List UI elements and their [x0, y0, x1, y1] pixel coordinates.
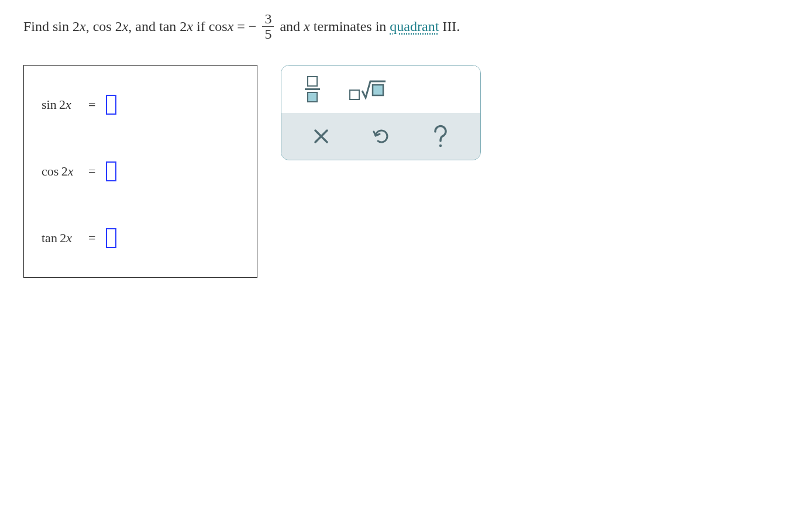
equals: =	[237, 17, 245, 37]
answer-row-tan2x: tan 2x =	[42, 228, 239, 248]
fraction-icon[interactable]	[305, 76, 320, 102]
answer-row-sin2x: sin 2x =	[42, 95, 239, 115]
input-sin2x[interactable]	[106, 95, 116, 115]
text-and: and	[280, 17, 300, 37]
tool-panel	[281, 65, 481, 160]
label-tan: tan	[42, 231, 57, 245]
comma: ,	[86, 19, 90, 34]
text-find: Find	[23, 17, 49, 37]
var-x: x	[80, 19, 86, 34]
fn-cos: cos	[209, 19, 228, 34]
answer-row-cos2x: cos 2x =	[42, 161, 239, 181]
fn-cos2: cos 2	[93, 19, 122, 34]
svg-rect-0	[373, 85, 383, 95]
svg-point-1	[439, 145, 442, 147]
label-x: x	[68, 164, 74, 178]
tool-bottom-row	[281, 113, 480, 160]
text-terminates: terminates in	[314, 17, 387, 37]
negative-sign: −	[249, 17, 257, 37]
var-x: x	[187, 19, 193, 34]
undo-icon[interactable]	[371, 126, 391, 146]
fn-tan2: tan 2	[159, 19, 187, 34]
label-2: 2	[59, 97, 66, 112]
label-cos: cos	[42, 164, 59, 178]
fraction-3-5: 3 5	[262, 12, 274, 42]
label-x: x	[66, 97, 71, 112]
question-text: Find sin 2x, cos 2x, and tan 2x if cosx …	[23, 12, 789, 42]
text-roman: III.	[442, 17, 460, 37]
var-x: x	[304, 17, 310, 37]
numerator: 3	[262, 12, 274, 27]
help-icon[interactable]	[432, 125, 449, 148]
close-icon[interactable]	[312, 128, 330, 145]
input-cos2x[interactable]	[106, 161, 116, 181]
label-x: x	[66, 231, 72, 245]
label-2: 2	[61, 164, 68, 178]
text-if: if	[197, 17, 205, 37]
text-and: and	[135, 17, 156, 37]
link-quadrant[interactable]: quadrant	[390, 17, 439, 37]
nth-root-icon[interactable]	[349, 79, 387, 100]
tool-top-row	[281, 66, 480, 113]
input-tan2x[interactable]	[106, 228, 116, 248]
fn-sin2: sin 2	[53, 19, 80, 34]
comma: ,	[128, 19, 132, 34]
equals: =	[88, 231, 95, 246]
denominator: 5	[262, 27, 274, 42]
var-x: x	[228, 19, 234, 34]
answer-box: sin 2x = cos 2x = tan 2x =	[23, 65, 257, 278]
label-sin: sin	[42, 97, 57, 112]
equals: =	[88, 164, 95, 179]
label-2: 2	[60, 231, 66, 245]
var-x: x	[122, 19, 129, 34]
equals: =	[88, 97, 95, 112]
